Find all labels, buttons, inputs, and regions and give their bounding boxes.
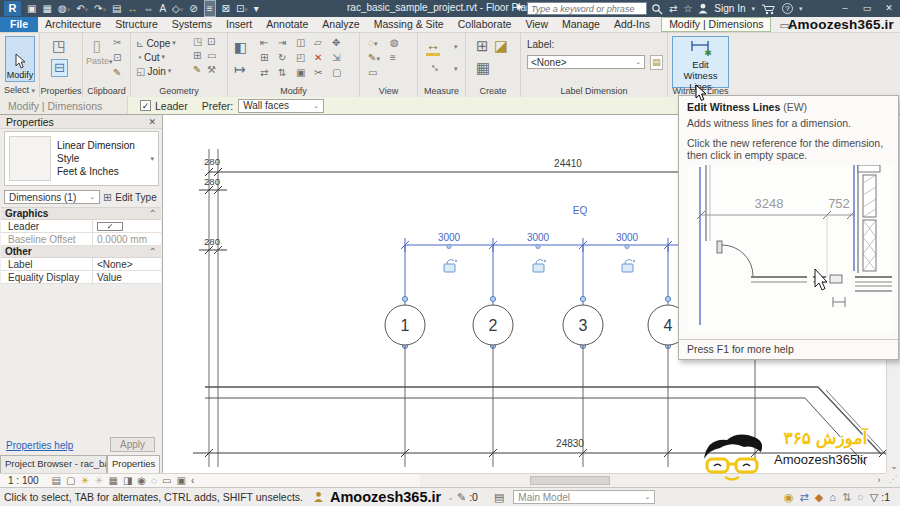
press-drag-icon[interactable]: ○ <box>857 491 864 503</box>
dim-text-280[interactable]: 280 <box>204 156 220 167</box>
section-icon[interactable]: ⊘ <box>189 1 197 16</box>
tab-manage[interactable]: Manage <box>555 17 607 32</box>
dim-lock-toggle[interactable] <box>622 260 635 272</box>
dim-text-3000[interactable]: 3000 <box>616 232 639 243</box>
reveal-hidden-elements-icon[interactable]: ▭ <box>162 475 171 487</box>
wall-joins-icon[interactable]: ◳ <box>193 36 207 50</box>
tab-project-browser[interactable]: Project Browser - rac_basic_... <box>0 455 107 473</box>
grid-bubble-3[interactable]: 3 <box>563 305 603 345</box>
scroll-right-icon[interactable]: › <box>872 474 886 487</box>
close-button[interactable]: ✕ <box>878 0 900 17</box>
temporary-hide-isolate-icon[interactable]: ◌ <box>151 475 157 487</box>
close-palette-icon[interactable]: ✕ <box>148 117 156 127</box>
materials-icon[interactable]: ◍▾ <box>58 1 70 17</box>
copy-clipboard-icon[interactable]: ⊡ <box>113 52 121 63</box>
scroll-down-icon[interactable]: ⌄ <box>887 460 900 473</box>
align-icon[interactable]: ⇤ <box>260 37 278 52</box>
visual-style-icon[interactable]: ▢ <box>66 475 75 487</box>
expand-search-icon[interactable]: ▶ <box>517 2 523 11</box>
grid-line-group[interactable] <box>402 245 670 349</box>
create-parameter-icon[interactable]: ▤ <box>650 55 663 70</box>
measure-between-refs-icon[interactable]: ↔ <box>427 57 447 77</box>
tab-analyze[interactable]: Analyze <box>315 17 366 32</box>
exchange-icon[interactable]: ⇄ <box>800 491 809 504</box>
label-dimension-dropdown[interactable]: <None>⌄ <box>527 55 645 69</box>
customize-qat-icon[interactable]: ▾ <box>254 1 259 16</box>
3d-view-icon[interactable]: ◇▾ <box>172 1 183 17</box>
tab-view[interactable]: View <box>518 17 555 32</box>
cart-icon[interactable] <box>761 3 776 15</box>
unpin-icon[interactable]: ▢ <box>332 67 350 82</box>
status-expand-icon[interactable]: ⌄ <box>447 493 454 502</box>
type-selector-dropdown-icon[interactable]: ▾ <box>150 155 154 163</box>
properties-help-link[interactable]: Properties help <box>6 440 73 451</box>
resize-grip[interactable]: ⋰ <box>886 473 900 487</box>
cut-clipboard-icon[interactable]: ✂ <box>113 37 121 48</box>
thin-lines-icon[interactable]: ≡ <box>204 0 216 17</box>
dimension-icon[interactable]: ⇔ <box>143 1 153 16</box>
group-other[interactable]: Other⌃ <box>1 246 161 258</box>
measure-ruler-icon[interactable]: ↔ <box>426 37 440 56</box>
home-icon[interactable]: ⌂ <box>829 491 836 503</box>
apply-button[interactable]: Apply <box>110 437 155 452</box>
leader-checkbox[interactable]: ✓ <box>140 100 151 111</box>
editable-only-icon[interactable]: ◆ <box>815 491 823 504</box>
help-icon[interactable]: ? <box>782 3 793 14</box>
join-button[interactable]: ◱Join▾ <box>136 64 176 78</box>
leader-property-checkbox[interactable]: ✓ <box>97 222 123 231</box>
corner-join-tool-icon[interactable]: ↦ <box>234 61 246 77</box>
prefer-dropdown[interactable]: Wall faces⌄ <box>238 99 324 113</box>
tab-structure[interactable]: Structure <box>108 17 165 32</box>
design-options-dropdown[interactable]: Main Model⌄ <box>513 490 655 504</box>
offset-icon[interactable]: ⇥ <box>278 37 296 52</box>
panel-select-label[interactable]: Select ▾ <box>0 84 39 97</box>
properties-palette-icon[interactable]: ◳ <box>52 37 66 55</box>
override-graphics-icon[interactable]: ◌▾ <box>368 37 390 52</box>
select-toggle-icon[interactable]: ⇅ <box>842 491 851 504</box>
group-graphics[interactable]: Graphics⌃ <box>1 208 161 220</box>
mirror-icon[interactable]: ◫ <box>296 37 314 52</box>
pin-icon[interactable]: ▱ <box>314 37 332 52</box>
dim-lock-toggle[interactable] <box>533 260 546 272</box>
dim-text-280[interactable]: 280 <box>204 176 220 187</box>
dim-text-drag-handle[interactable] <box>625 244 629 248</box>
selection-filter-dropdown[interactable]: Dimensions (1)⌄ <box>4 190 100 204</box>
copy-icon[interactable]: ⊞ <box>260 52 278 67</box>
wall-join-tool-icon[interactable]: ◧ <box>234 39 247 55</box>
property-value[interactable]: Value <box>93 272 161 283</box>
restore-button[interactable]: ▭ <box>856 0 878 17</box>
tab-properties-palette[interactable]: Properties <box>107 455 160 473</box>
dim-text-drag-handle[interactable] <box>536 244 540 248</box>
worksets-panel-icon[interactable]: ▤ <box>494 491 504 504</box>
move-icon[interactable]: ✥ <box>332 37 350 52</box>
switch-windows-icon[interactable]: ⊡▾ <box>236 1 248 17</box>
show-crop-region-icon[interactable]: ◉ <box>137 475 146 487</box>
tab-collaborate[interactable]: Collaborate <box>451 17 519 32</box>
save-icon[interactable]: ▦ <box>42 1 51 16</box>
split-gap-icon[interactable]: ✂ <box>314 67 332 82</box>
demolish-icon[interactable]: ▭ <box>207 50 221 64</box>
collapse-viewbar-icon[interactable]: ‹ <box>191 475 194 487</box>
hide-icon[interactable]: ▭ <box>368 67 390 82</box>
linework-icon[interactable]: ◍ <box>390 37 412 52</box>
array-icon[interactable]: ⇅ <box>278 67 296 82</box>
group-icon[interactable]: ▣ <box>296 67 314 82</box>
print-icon[interactable]: ▤ <box>112 1 121 16</box>
dim-text-280[interactable]: 280 <box>204 236 220 247</box>
trim-icon[interactable]: ◰ <box>296 52 314 67</box>
create-assembly-icon[interactable]: ▦ <box>476 59 490 77</box>
search-icon[interactable] <box>651 3 663 15</box>
sign-in-dropdown-icon[interactable]: ▾ <box>752 5 756 13</box>
shadows-icon[interactable]: ☀ <box>94 475 103 487</box>
beam-joins-icon[interactable]: ⊡ <box>207 36 221 50</box>
demolish-hammer-icon[interactable]: ⚒ <box>207 64 221 78</box>
edit-type-button[interactable]: Edit Type <box>115 192 157 203</box>
dim-lock-toggle[interactable] <box>444 260 457 272</box>
revit-logo-icon[interactable]: R <box>4 1 21 16</box>
match-type-icon[interactable]: ✎ <box>113 67 121 78</box>
paint-view-icon[interactable]: ✎▾ <box>368 52 390 67</box>
detail-level-icon[interactable]: ▤ <box>52 475 61 487</box>
edit-witness-lines-button[interactable]: ✱ Edit Witness Lines <box>672 36 729 88</box>
rendering-icon[interactable]: ▦ <box>108 475 117 487</box>
modify-tool-button[interactable]: Modify <box>5 36 35 82</box>
